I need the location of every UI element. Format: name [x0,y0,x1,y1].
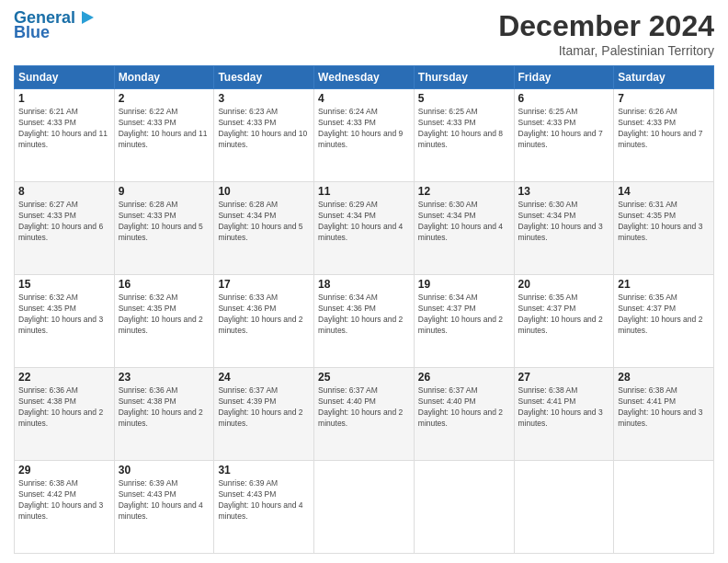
day-number: 25 [318,371,410,384]
table-row: 19Sunrise: 6:34 AMSunset: 4:37 PMDayligh… [414,275,514,368]
table-row: 30Sunrise: 6:39 AMSunset: 4:43 PMDayligh… [114,461,214,554]
logo-arrow-icon [77,8,96,27]
day-number: 9 [119,185,210,198]
day-info: Sunrise: 6:36 AMSunset: 4:38 PMDaylight:… [18,385,110,430]
table-row: 7Sunrise: 6:26 AMSunset: 4:33 PMDaylight… [614,89,714,182]
calendar-week-row: 29Sunrise: 6:38 AMSunset: 4:42 PMDayligh… [15,461,714,554]
day-number: 8 [18,185,110,198]
day-info: Sunrise: 6:34 AMSunset: 4:36 PMDaylight:… [318,293,410,337]
col-thursday: Thursday [414,66,514,89]
day-info: Sunrise: 6:21 AMSunset: 4:33 PMDaylight:… [18,107,110,151]
day-number: 17 [218,278,310,291]
calendar-week-row: 15Sunrise: 6:32 AMSunset: 4:35 PMDayligh… [15,275,714,368]
table-row: 13Sunrise: 6:30 AMSunset: 4:34 PMDayligh… [514,182,614,275]
table-row: 9Sunrise: 6:28 AMSunset: 4:33 PMDaylight… [114,182,214,275]
calendar-week-row: 8Sunrise: 6:27 AMSunset: 4:33 PMDaylight… [15,182,714,275]
calendar-table: Sunday Monday Tuesday Wednesday Thursday… [14,65,714,554]
logo-blue: Blue [14,24,50,42]
day-info: Sunrise: 6:28 AMSunset: 4:34 PMDaylight:… [218,200,310,244]
day-number: 19 [418,278,510,291]
day-number: 12 [418,185,510,198]
table-row: 16Sunrise: 6:32 AMSunset: 4:35 PMDayligh… [114,275,214,368]
table-row: 6Sunrise: 6:25 AMSunset: 4:33 PMDaylight… [514,89,614,182]
day-number: 10 [218,185,310,198]
col-friday: Friday [514,66,614,89]
day-number: 3 [218,92,310,105]
day-info: Sunrise: 6:31 AMSunset: 4:35 PMDaylight:… [618,200,710,244]
day-info: Sunrise: 6:22 AMSunset: 4:33 PMDaylight:… [119,107,210,151]
table-row: 27Sunrise: 6:38 AMSunset: 4:41 PMDayligh… [514,368,614,461]
header: General Blue December 2024 Itamar, Pales… [14,9,714,58]
table-row: 31Sunrise: 6:39 AMSunset: 4:43 PMDayligh… [214,461,314,554]
day-info: Sunrise: 6:34 AMSunset: 4:37 PMDaylight:… [418,293,510,337]
day-number: 29 [18,464,110,477]
day-number: 5 [418,92,510,105]
logo: General Blue [14,9,96,42]
table-row: 14Sunrise: 6:31 AMSunset: 4:35 PMDayligh… [614,182,714,275]
day-info: Sunrise: 6:38 AMSunset: 4:41 PMDaylight:… [618,385,710,430]
day-info: Sunrise: 6:33 AMSunset: 4:36 PMDaylight:… [218,293,310,337]
page: General Blue December 2024 Itamar, Pales… [0,0,728,563]
day-info: Sunrise: 6:28 AMSunset: 4:33 PMDaylight:… [119,200,210,244]
day-info: Sunrise: 6:25 AMSunset: 4:33 PMDaylight:… [518,107,610,151]
day-number: 26 [418,371,510,384]
title-area: December 2024 Itamar, Palestinian Territ… [498,9,714,58]
day-info: Sunrise: 6:37 AMSunset: 4:40 PMDaylight:… [318,385,410,430]
day-number: 2 [119,92,210,105]
day-number: 13 [518,185,610,198]
table-row: 11Sunrise: 6:29 AMSunset: 4:34 PMDayligh… [314,182,415,275]
col-monday: Monday [114,66,214,89]
table-row: 3Sunrise: 6:23 AMSunset: 4:33 PMDaylight… [214,89,314,182]
day-info: Sunrise: 6:35 AMSunset: 4:37 PMDaylight:… [618,293,710,337]
col-saturday: Saturday [614,66,714,89]
day-number: 30 [119,464,210,477]
calendar-week-row: 22Sunrise: 6:36 AMSunset: 4:38 PMDayligh… [15,368,714,461]
table-row [514,461,614,554]
table-row: 15Sunrise: 6:32 AMSunset: 4:35 PMDayligh… [15,275,115,368]
day-info: Sunrise: 6:39 AMSunset: 4:43 PMDaylight:… [218,478,310,523]
day-info: Sunrise: 6:30 AMSunset: 4:34 PMDaylight:… [418,200,510,244]
day-number: 27 [518,371,610,384]
col-sunday: Sunday [15,66,115,89]
day-info: Sunrise: 6:29 AMSunset: 4:34 PMDaylight:… [318,200,410,244]
table-row: 25Sunrise: 6:37 AMSunset: 4:40 PMDayligh… [314,368,415,461]
table-row: 1Sunrise: 6:21 AMSunset: 4:33 PMDaylight… [15,89,115,182]
day-number: 24 [218,371,310,384]
day-number: 23 [119,371,210,384]
table-row: 22Sunrise: 6:36 AMSunset: 4:38 PMDayligh… [15,368,115,461]
table-row: 20Sunrise: 6:35 AMSunset: 4:37 PMDayligh… [514,275,614,368]
day-number: 20 [518,278,610,291]
table-row: 26Sunrise: 6:37 AMSunset: 4:40 PMDayligh… [414,368,514,461]
table-row: 4Sunrise: 6:24 AMSunset: 4:33 PMDaylight… [314,89,415,182]
calendar-header-row: Sunday Monday Tuesday Wednesday Thursday… [15,66,714,89]
day-info: Sunrise: 6:24 AMSunset: 4:33 PMDaylight:… [318,107,410,151]
day-info: Sunrise: 6:32 AMSunset: 4:35 PMDaylight:… [119,293,210,337]
day-info: Sunrise: 6:27 AMSunset: 4:33 PMDaylight:… [18,200,110,244]
day-number: 31 [218,464,310,477]
col-tuesday: Tuesday [214,66,314,89]
day-info: Sunrise: 6:36 AMSunset: 4:38 PMDaylight:… [119,385,210,430]
day-number: 21 [618,278,710,291]
table-row [314,461,415,554]
table-row: 28Sunrise: 6:38 AMSunset: 4:41 PMDayligh… [614,368,714,461]
table-row [414,461,514,554]
table-row: 23Sunrise: 6:36 AMSunset: 4:38 PMDayligh… [114,368,214,461]
day-info: Sunrise: 6:39 AMSunset: 4:43 PMDaylight:… [119,478,210,523]
day-info: Sunrise: 6:37 AMSunset: 4:39 PMDaylight:… [218,385,310,430]
table-row: 2Sunrise: 6:22 AMSunset: 4:33 PMDaylight… [114,89,214,182]
day-number: 7 [618,92,710,105]
month-title: December 2024 [498,9,714,43]
table-row [614,461,714,554]
table-row: 21Sunrise: 6:35 AMSunset: 4:37 PMDayligh… [614,275,714,368]
table-row: 24Sunrise: 6:37 AMSunset: 4:39 PMDayligh… [214,368,314,461]
day-number: 14 [618,185,710,198]
table-row: 8Sunrise: 6:27 AMSunset: 4:33 PMDaylight… [15,182,115,275]
svg-marker-0 [82,11,94,24]
day-number: 11 [318,185,410,198]
table-row: 29Sunrise: 6:38 AMSunset: 4:42 PMDayligh… [15,461,115,554]
day-number: 22 [18,371,110,384]
day-info: Sunrise: 6:30 AMSunset: 4:34 PMDaylight:… [518,200,610,244]
day-info: Sunrise: 6:35 AMSunset: 4:37 PMDaylight:… [518,293,610,337]
table-row: 18Sunrise: 6:34 AMSunset: 4:36 PMDayligh… [314,275,415,368]
table-row: 12Sunrise: 6:30 AMSunset: 4:34 PMDayligh… [414,182,514,275]
